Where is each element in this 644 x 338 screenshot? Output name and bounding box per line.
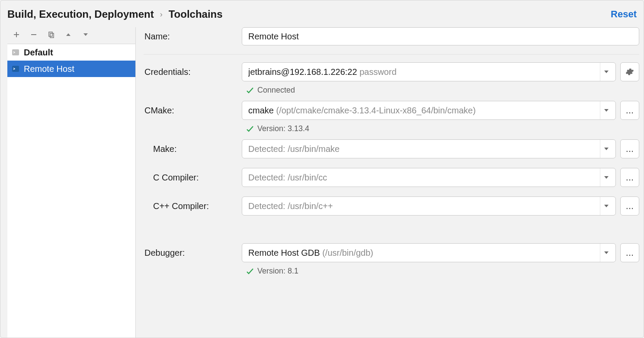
breadcrumb-current: Toolchains [169,8,223,20]
svg-rect-1 [50,33,54,38]
breadcrumb: Build, Execution, Deployment › Toolchain… [7,8,223,20]
name-label: Name: [144,32,237,42]
remove-toolchain-button[interactable] [29,30,38,39]
svg-rect-0 [49,32,52,36]
minus-icon [30,31,37,38]
cmake-combo[interactable]: cmake (/opt/cmake/cmake-3.13.4-Linux-x86… [242,101,616,120]
chevron-down-icon [600,197,612,215]
divider [144,54,639,55]
cmake-version-text: Version: 3.13.4 [257,124,309,133]
row-c-compiler: C Compiler: Detected: /usr/bin/cc ... [144,168,639,187]
row-name: Name: [144,27,639,45]
chevron-up-icon [65,32,71,38]
c-compiler-browse-button[interactable]: ... [620,168,639,187]
cxx-compiler-placeholder: Detected: /usr/bin/c++ [248,201,600,211]
chevron-down-icon [600,168,612,187]
cmake-label: CMake: [144,106,237,116]
cmake-browse-button[interactable]: ... [620,101,639,120]
debugger-path: (/usr/bin/gdb) [322,248,373,258]
move-down-button[interactable] [81,30,90,39]
chevron-down-icon [83,32,89,38]
svg-rect-2 [12,49,19,55]
cxx-compiler-combo[interactable]: Detected: /usr/bin/c++ [242,196,616,216]
make-label: Make: [144,144,237,154]
cmake-status: Version: 3.13.4 [246,124,639,133]
body: Default Remote Host Name: [0,24,644,338]
debugger-version-text: Version: 8.1 [257,267,298,276]
cxx-compiler-label: C++ Compiler: [144,201,237,211]
plus-icon [13,31,20,38]
copy-toolchain-button[interactable] [46,30,56,39]
row-make: Make: Detected: /usr/bin/make ... [144,139,639,158]
sidebar-item-label: Remote Host [24,64,74,74]
breadcrumb-separator-icon: › [160,10,163,19]
sidebar-toolbar [7,27,135,44]
copy-icon [48,31,54,38]
terminal-remote-icon [12,65,19,73]
row-debugger: Debugger: Remote Host GDB (/usr/bin/gdb)… [144,243,639,262]
cmake-value: cmake [248,106,274,115]
chevron-down-icon [600,244,612,262]
debugger-label: Debugger: [144,248,237,258]
credentials-settings-button[interactable] [620,62,639,81]
sidebar: Default Remote Host [7,27,136,338]
c-compiler-label: C Compiler: [144,173,237,183]
sidebar-item-remote-host[interactable]: Remote Host [7,61,135,77]
breadcrumb-parent[interactable]: Build, Execution, Deployment [7,8,154,20]
credentials-status: Connected [246,86,639,95]
toolchain-form: Name: Credentials: jetbrains@192.168.1.2… [136,27,644,338]
make-placeholder: Detected: /usr/bin/make [248,144,600,154]
credentials-label: Credentials: [144,67,237,77]
gear-icon [625,68,634,76]
add-toolchain-button[interactable] [12,30,21,39]
spacer [144,220,639,243]
row-cxx-compiler: C++ Compiler: Detected: /usr/bin/c++ ... [144,196,639,216]
check-icon [246,125,254,133]
c-compiler-combo[interactable]: Detected: /usr/bin/cc [242,168,616,187]
svg-rect-3 [12,66,19,72]
debugger-browse-button[interactable]: ... [620,243,639,262]
debugger-combo[interactable]: Remote Host GDB (/usr/bin/gdb) [242,243,616,262]
header: Build, Execution, Deployment › Toolchain… [0,0,644,24]
reset-link[interactable]: Reset [611,9,637,20]
credentials-value: jetbrains@192.168.1.226:22 [248,67,357,77]
chevron-down-icon [600,101,612,119]
row-cmake: CMake: cmake (/opt/cmake/cmake-3.13.4-Li… [144,101,639,120]
check-icon [246,87,254,94]
credentials-combo[interactable]: jetbrains@192.168.1.226:22 password [242,62,616,81]
make-browse-button[interactable]: ... [620,139,639,158]
name-input[interactable] [242,27,639,45]
toolchain-list: Default Remote Host [7,44,135,338]
chevron-down-icon [600,140,612,158]
credentials-auth-hint: password [359,67,397,77]
move-up-button[interactable] [64,30,73,39]
c-compiler-placeholder: Detected: /usr/bin/cc [248,173,600,183]
make-combo[interactable]: Detected: /usr/bin/make [242,139,616,158]
cxx-compiler-browse-button[interactable]: ... [620,196,639,216]
debugger-status: Version: 8.1 [246,267,639,276]
check-icon [246,267,254,275]
sidebar-item-default[interactable]: Default [7,44,135,61]
cmake-path: (/opt/cmake/cmake-3.13.4-Linux-x86_64/bi… [276,106,475,115]
settings-panel: Build, Execution, Deployment › Toolchain… [0,0,644,338]
row-credentials: Credentials: jetbrains@192.168.1.226:22 … [144,62,639,81]
debugger-value: Remote Host GDB [248,248,320,258]
terminal-default-icon [12,48,19,56]
credentials-status-text: Connected [257,86,295,95]
chevron-down-icon [600,63,612,81]
sidebar-item-label: Default [24,48,53,58]
